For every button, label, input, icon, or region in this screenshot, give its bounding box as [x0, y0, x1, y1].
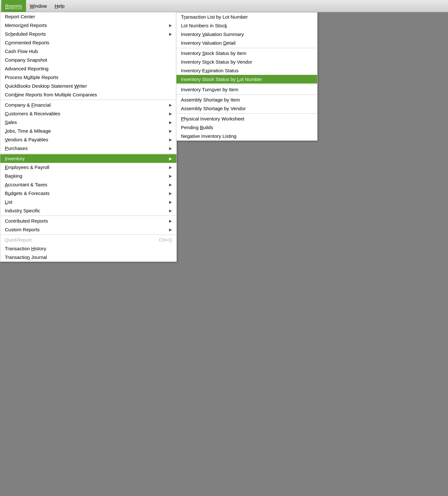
submenu-item-inventory-turnover-item[interactable]: Inventory Turnover by Item: [176, 85, 317, 94]
menu-item-customers-receivables[interactable]: Customers & Receivables ▶: [0, 109, 176, 118]
menu-item-budgets-forecasts[interactable]: Budgets & Forecasts ▶: [0, 189, 176, 198]
menu-item-transaction-history[interactable]: Transaction History: [0, 244, 176, 253]
menu-item-vendors-payables[interactable]: Vendors & Payables ▶: [0, 135, 176, 144]
menu-item-transaction-journal[interactable]: Transaction Journal: [0, 253, 176, 261]
menu-bar-window-label: Window: [30, 3, 47, 9]
menu-bar-reports-label: Reports: [5, 3, 22, 9]
divider-4: [0, 235, 176, 235]
arrow-icon: ▶: [169, 200, 172, 204]
menu-item-sales[interactable]: Sales ▶: [0, 118, 176, 127]
menu-item-custom-reports[interactable]: Custom Reports ▶: [0, 225, 176, 234]
arrow-icon: ▶: [169, 111, 172, 116]
arrow-icon: ▶: [169, 191, 172, 196]
menu-item-cash-flow-hub[interactable]: Cash Flow Hub: [0, 47, 176, 56]
menu-item-commented-reports[interactable]: Commented Reports: [0, 38, 176, 47]
menu-item-report-center[interactable]: Report Center: [0, 12, 176, 21]
menu-bar-reports[interactable]: Reports: [1, 0, 26, 12]
submenu-item-lot-numbers-stock[interactable]: Lot Numbers in Stock: [176, 21, 317, 30]
menu-item-statement-writer[interactable]: QuickBooks Desktop Statement Writer: [0, 82, 176, 90]
submenu-item-inventory-stock-status-lot[interactable]: Inventory Stock Status by Lot Number: [176, 75, 317, 84]
menu-item-contributed-reports[interactable]: Contributed Reports ▶: [0, 217, 176, 225]
arrow-icon: ▶: [169, 156, 172, 161]
arrow-icon: ▶: [169, 103, 172, 107]
submenu-divider-4: [176, 113, 317, 114]
submenu-item-inventory-valuation-summary[interactable]: Inventory Valuation Summary: [176, 30, 317, 39]
submenu-item-pending-builds[interactable]: Pending Builds: [176, 123, 317, 132]
menu-item-banking[interactable]: Banking ▶: [0, 172, 176, 180]
submenu-item-assembly-shortage-item[interactable]: Assembly Shortage by Item: [176, 95, 317, 104]
menu-item-industry-specific[interactable]: Industry Specific ▶: [0, 206, 176, 215]
menu-item-quickreport: QuickReport Ctrl+Q: [0, 235, 176, 244]
submenu-divider-2: [176, 84, 317, 84]
menu-bar-help-label: Help: [55, 3, 65, 9]
menu-item-process-multiple-reports[interactable]: Process Multiple Reports: [0, 73, 176, 82]
divider-1: [0, 100, 176, 100]
submenu-item-inventory-expiration-status[interactable]: Inventory Expiration Status: [176, 66, 317, 75]
divider-2: [0, 153, 176, 154]
arrow-icon: ▶: [169, 174, 172, 178]
submenu-item-transaction-list-lot[interactable]: Transaction List by Lot Number: [176, 13, 317, 21]
submenu-item-negative-inventory-listing[interactable]: Negative Inventory Listing: [176, 132, 317, 140]
menu-item-purchases[interactable]: Purchases ▶: [0, 144, 176, 153]
submenu-divider-1: [176, 48, 317, 48]
arrow-icon: ▶: [169, 208, 172, 213]
arrow-icon: ▶: [169, 165, 172, 170]
arrow-icon: ▶: [169, 227, 172, 232]
arrow-icon: ▶: [169, 182, 172, 187]
arrow-icon: ▶: [169, 137, 172, 142]
menu-item-company-snapshot[interactable]: Company Snapshot: [0, 56, 176, 64]
shortcut-label: Ctrl+Q: [159, 237, 172, 243]
menu-item-scheduled-reports[interactable]: Scheduled Reports ▶: [0, 30, 176, 38]
menu-item-advanced-reporting[interactable]: Advanced Reporting: [0, 64, 176, 73]
submenu-divider-3: [176, 94, 317, 95]
arrow-icon: ▶: [169, 129, 172, 133]
arrow-icon: ▶: [169, 146, 172, 151]
menu-bar: Reports Window Help: [0, 0, 448, 12]
submenu-item-physical-inventory-worksheet[interactable]: Physical Inventory Worksheet: [176, 114, 317, 123]
submenu-item-assembly-shortage-vendor[interactable]: Assembly Shortage by Vendor: [176, 104, 317, 113]
arrow-icon: ▶: [169, 23, 172, 28]
menu-item-inventory[interactable]: Inventory ▶: [0, 154, 176, 163]
menu-item-jobs-time-mileage[interactable]: Jobs, Time & Mileage ▶: [0, 127, 176, 135]
submenu-item-inventory-valuation-detail[interactable]: Inventory Valuation Detail: [176, 39, 317, 47]
menu-item-combine-reports[interactable]: Combine Reports from Multiple Companies: [0, 90, 176, 99]
primary-menu: Report Center Memorized Reports ▶ Schedu…: [0, 12, 177, 262]
menu-bar-help[interactable]: Help: [51, 0, 68, 12]
arrow-icon: ▶: [169, 120, 172, 125]
menu-item-company-financial[interactable]: Company & Financial ▶: [0, 101, 176, 109]
menu-item-accountant-taxes[interactable]: Accountant & Taxes ▶: [0, 180, 176, 189]
menu-item-list[interactable]: List ▶: [0, 198, 176, 206]
menu-item-employees-payroll[interactable]: Employees & Payroll ▶: [0, 163, 176, 172]
menu-bar-window[interactable]: Window: [26, 0, 51, 12]
arrow-icon: ▶: [169, 32, 172, 36]
arrow-icon: ▶: [169, 219, 172, 223]
submenu-item-inventory-stock-status-vendor[interactable]: Inventory Stock Status by Vendor: [176, 58, 317, 66]
inventory-submenu: Transaction List by Lot Number Lot Numbe…: [176, 12, 318, 141]
menu-item-memorized-reports[interactable]: Memorized Reports ▶: [0, 21, 176, 30]
divider-3: [0, 216, 176, 216]
submenu-item-inventory-stock-status-item[interactable]: Inventory Stock Status by Item: [176, 49, 317, 58]
